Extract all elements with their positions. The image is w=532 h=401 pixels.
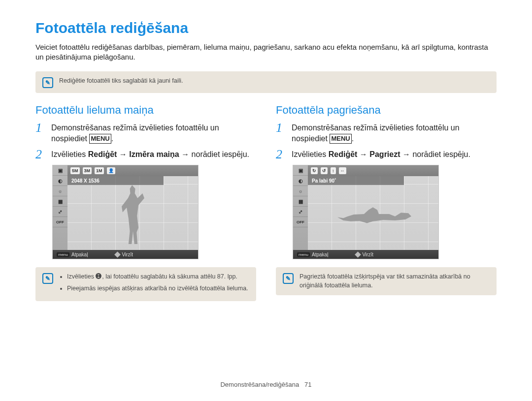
col-right: Fotoattēla pagriešana 1 Demonstrēšanas r…: [276, 104, 497, 312]
note-icon: ✎: [42, 273, 53, 284]
step-body: Izvēlieties Rediģēt → Pagriezt → norādie…: [292, 148, 470, 160]
footer-page-number: 71: [304, 381, 311, 388]
note-item: Pieejamās iespējas atšķiras atkarībā no …: [67, 284, 248, 293]
text: Izvēlieties: [292, 150, 329, 158]
rotate-option-icon: ↔: [339, 167, 346, 174]
size-option: 5M: [70, 167, 80, 174]
sidebar-icon: ▣: [293, 165, 308, 176]
lcd-bottombar: menu Atpakaļ Virzīt: [293, 250, 438, 259]
dpad-icon: [115, 251, 121, 258]
arrow-icon: →: [402, 150, 410, 158]
sidebar-icon: ▣: [53, 165, 67, 176]
size-option-icon: 👤: [107, 167, 115, 174]
camera-lcd-resize: ▣ ◐ ☼ ▦ ⤢ OFF 5M 3M 1M 👤 2048 X 1536 men…: [52, 165, 199, 259]
columns: Fotoattēlu lieluma maiņa 1 Demonstrēšana…: [35, 104, 497, 312]
right-step-1: 1 Demonstrēšanas režīmā izvēlieties foto…: [276, 122, 497, 145]
lcd-topbar: ↻ ↺ ↕ ↔: [308, 165, 438, 176]
menu-button-label: MENU: [330, 134, 351, 144]
dpad-icon: [355, 251, 362, 258]
sidebar-icon: ▦: [53, 196, 67, 207]
step-body: Izvēlieties Rediģēt → Izmēra maiņa → nor…: [51, 148, 249, 160]
lcd-sidebar: ▣ ◐ ☼ ▦ ⤢ OFF: [293, 165, 308, 250]
sidebar-icon: ⤢: [53, 207, 67, 217]
step-number: 1: [276, 122, 286, 134]
text: norādiet iespēju.: [192, 150, 249, 158]
lcd-subbar: 2048 X 1536: [67, 176, 164, 185]
sidebar-icon: ◐: [293, 176, 308, 186]
bold-text: Rediģēt: [329, 150, 358, 158]
size-option: 1M: [95, 167, 104, 174]
menu-chip: menu: [57, 252, 69, 257]
arrow-icon: →: [360, 150, 369, 158]
sidebar-icon: ⤢: [293, 207, 308, 217]
text: norādiet iespēju.: [412, 150, 470, 158]
bold-text: Izmēra maiņa: [129, 150, 179, 158]
back-hint: menu Atpakaļ: [293, 252, 332, 257]
left-note: ✎ Izvēlieties 🅘, lai fotoattēlu saglabāt…: [35, 267, 256, 301]
size-option: 3M: [83, 167, 92, 174]
move-label: Virzīt: [122, 252, 133, 257]
step-number: 2: [276, 148, 286, 161]
back-label: Atpakaļ: [312, 252, 328, 257]
rotate-option-icon: ↻: [311, 167, 318, 174]
sidebar-icon: ☼: [53, 186, 67, 196]
note-text: Izvēlieties 🅘, lai fotoattēlu saglabātu …: [59, 272, 248, 296]
step-number: 1: [35, 122, 45, 134]
step-body: Demonstrēšanas režīmā izvēlieties fotoat…: [51, 122, 256, 145]
sidebar-icon: ☼: [293, 186, 308, 196]
page-footer: Demonstrēšana/rediģēšana 71: [0, 381, 532, 388]
text: Demonstrēšanas režīmā izvēlieties fotoat…: [292, 123, 460, 143]
rotate-option-icon: ↺: [321, 167, 328, 174]
heading-resize: Fotoattēlu lieluma maiņa: [35, 104, 256, 117]
left-step-2: 2 Izvēlieties Rediģēt → Izmēra maiņa → n…: [35, 148, 256, 161]
manual-page: Fotoattēla rediģēšana Veiciet fotoattēlu…: [0, 0, 532, 401]
text: Demonstrēšanas režīmā izvēlieties fotoat…: [51, 123, 219, 143]
back-label: Atpakaļ: [71, 252, 88, 257]
note-icon: ✎: [42, 77, 53, 88]
right-note: ✎ Pagrieztā fotoattēla izšķirtspēja var …: [276, 267, 497, 295]
lcd-bottombar: menu Atpakaļ Virzīt: [53, 250, 198, 259]
intro-paragraph: Veiciet fotoattēlu rediģēšanas darbības,…: [35, 42, 497, 62]
footer-section: Demonstrēšana/rediģēšana: [220, 381, 299, 388]
note-icon: ✎: [283, 273, 294, 284]
move-label: Virzīt: [362, 252, 373, 257]
lcd-topbar: 5M 3M 1M 👤: [67, 165, 198, 176]
move-hint: Virzīt: [352, 252, 377, 257]
step-number: 2: [35, 148, 45, 161]
bold-text: Rediģēt: [88, 150, 117, 158]
back-hint: menu Atpakaļ: [53, 252, 92, 257]
right-step-2: 2 Izvēlieties Rediģēt → Pagriezt → norād…: [276, 148, 497, 161]
camera-lcd-rotate: ▣ ◐ ☼ ▦ ⤢ OFF ↻ ↺ ↕ ↔ Pa labi 90˚ menu: [293, 165, 439, 259]
menu-button-label: MENU: [89, 134, 111, 144]
note-item: Izvēlieties 🅘, lai fotoattēlu saglabātu …: [67, 272, 248, 281]
rotate-option-icon: ↕: [331, 167, 336, 174]
lcd-sidebar: ▣ ◐ ☼ ▦ ⤢ OFF: [53, 165, 67, 250]
arrow-icon: →: [181, 150, 189, 158]
sidebar-icon: ◐: [53, 176, 67, 186]
top-note-text: Rediģētie fotoattēli tiks saglabāti kā j…: [59, 76, 183, 85]
page-title: Fotoattēla rediģēšana: [35, 20, 497, 36]
step-body: Demonstrēšanas režīmā izvēlieties fotoat…: [292, 122, 497, 145]
menu-chip: menu: [297, 252, 310, 257]
left-step-1: 1 Demonstrēšanas režīmā izvēlieties foto…: [35, 122, 256, 145]
col-left: Fotoattēlu lieluma maiņa 1 Demonstrēšana…: [35, 104, 256, 312]
bold-text: Pagriezt: [369, 150, 400, 158]
sidebar-icon: ▦: [293, 196, 308, 207]
note-text: Pagrieztā fotoattēla izšķirtspēja var ti…: [299, 272, 490, 290]
top-note: ✎ Rediģētie fotoattēli tiks saglabāti kā…: [35, 71, 497, 93]
move-hint: Virzīt: [111, 252, 137, 257]
sidebar-icon: OFF: [293, 217, 308, 227]
heading-rotate: Fotoattēla pagriešana: [276, 104, 497, 117]
sidebar-icon: OFF: [53, 217, 67, 227]
lcd-subbar: Pa labi 90˚: [308, 176, 404, 185]
note-list: Izvēlieties 🅘, lai fotoattēlu saglabātu …: [59, 272, 248, 293]
text: Izvēlieties: [51, 150, 88, 158]
arrow-icon: →: [119, 150, 129, 158]
